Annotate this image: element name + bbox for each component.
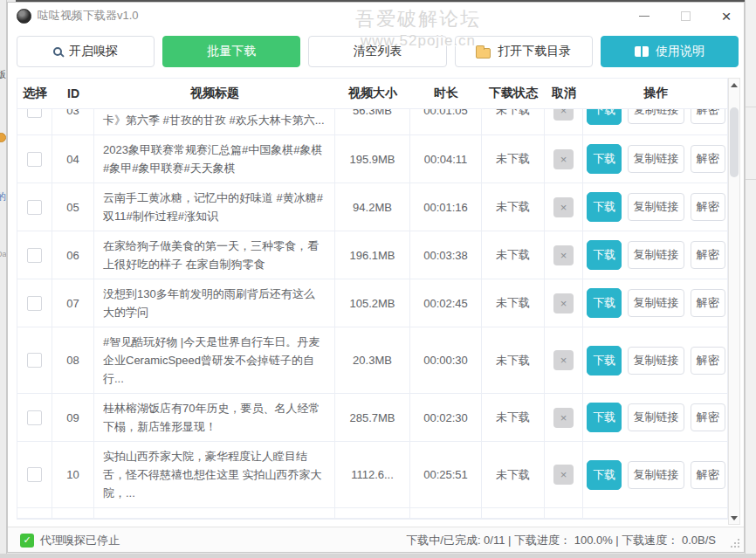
row-title: 2023象甲联赛常规赛汇总篇#中国象棋#象棋#象甲#象甲联赛#天天象棋: [94, 135, 335, 183]
background-left-window-strip: 版 的 Da: [0, 0, 7, 554]
header-size: 视频大小: [335, 79, 410, 108]
header-title: 视频标题: [94, 79, 335, 108]
download-button[interactable]: 下载: [587, 288, 622, 318]
copy-link-button[interactable]: 复制链接: [628, 519, 684, 520]
download-button[interactable]: 下载: [587, 192, 622, 222]
open-download-dir-button[interactable]: 打开下载目录: [455, 36, 593, 67]
row-title: 没想到130多年前发明的雨刷背后还有这么大的学问: [94, 279, 335, 327]
maximize-button[interactable]: [677, 7, 694, 24]
row-cancel-cell: ×: [545, 183, 583, 231]
download-button[interactable]: 下载: [587, 403, 622, 432]
proxy-checkbox[interactable]: ✓: [20, 534, 34, 548]
row-status: 未下载: [482, 135, 545, 183]
copy-link-button[interactable]: 复制链接: [628, 403, 684, 431]
decrypt-button[interactable]: 解密: [691, 145, 725, 173]
row-status: 未下载: [482, 508, 545, 519]
download-button[interactable]: 下载: [587, 460, 622, 490]
table-row: 09 桂林榕湖饭店有70年历史，要员、名人经常下榻，新店雏形显现！ 285.7M…: [17, 394, 727, 442]
header-cancel: 取消: [545, 79, 583, 108]
help-button[interactable]: 使用说明: [601, 36, 739, 67]
row-duration: 00:01:16: [410, 183, 482, 231]
cancel-button[interactable]: ×: [553, 149, 574, 169]
cancel-button[interactable]: ×: [553, 350, 574, 370]
row-checkbox[interactable]: [27, 109, 42, 118]
scroll-down-icon[interactable]: [729, 512, 739, 524]
download-button[interactable]: 下载: [587, 518, 622, 520]
row-duration: 00:02:45: [410, 279, 482, 327]
batch-download-button[interactable]: 批量下载: [162, 36, 300, 67]
decrypt-button[interactable]: 解密: [691, 461, 725, 489]
scroll-up-icon[interactable]: [729, 79, 739, 91]
table-header: 选择 ID 视频标题 视频大小 时长 下载状态 取消 操作: [17, 79, 727, 109]
resize-grip[interactable]: [730, 538, 740, 548]
scrollbar-thumb[interactable]: [730, 107, 739, 177]
decrypt-button[interactable]: 解密: [691, 347, 725, 375]
header-ops: 操作: [583, 79, 729, 108]
row-id: 04: [52, 135, 94, 183]
row-checkbox[interactable]: [27, 467, 42, 482]
row-checkbox[interactable]: [27, 410, 42, 425]
app-window: 吾爱破解论坛 www.52pojie.cn 哒哒视频下载器v1.0 × 开启嗅探…: [7, 2, 745, 553]
row-size: 105.2MB: [335, 279, 410, 327]
cancel-button[interactable]: ×: [553, 293, 574, 313]
decrypt-button[interactable]: 解密: [691, 403, 725, 431]
row-ops-cell: 下载 复制链接 解密: [583, 109, 727, 134]
row-select-cell: [17, 231, 52, 279]
copy-link-button[interactable]: 复制链接: [628, 461, 684, 489]
row-checkbox[interactable]: [27, 296, 42, 311]
header-id: ID: [52, 79, 94, 108]
cancel-button[interactable]: ×: [553, 109, 574, 121]
close-button[interactable]: ×: [718, 7, 735, 24]
row-id: 05: [52, 183, 94, 231]
copy-link-button[interactable]: 复制链接: [628, 193, 684, 221]
download-button[interactable]: 下载: [587, 240, 622, 270]
row-status: 未下载: [482, 231, 545, 279]
folder-icon: [476, 48, 491, 59]
row-size: 1112.6...: [335, 442, 410, 507]
vertical-scrollbar[interactable]: [728, 78, 740, 525]
cancel-x-icon: ×: [560, 109, 567, 117]
decrypt-button[interactable]: 解密: [691, 289, 725, 317]
decrypt-button[interactable]: 解密: [691, 193, 725, 221]
decrypt-button[interactable]: 解密: [691, 241, 725, 269]
table-row: 06 在家给狗子做美食的第一天，三种零食，看上很好吃的样子 在家自制狗零食 19…: [17, 231, 727, 279]
cancel-button[interactable]: ×: [553, 245, 574, 265]
row-title: 卡》第六季 #甘孜的甘孜 #欢乐大林卡第六...: [94, 109, 335, 134]
copy-link-button[interactable]: 复制链接: [628, 109, 684, 124]
row-title: 云南手工黄冰糖，记忆中的好味道 #黄冰糖#双11#制作过程#涨知识: [94, 183, 335, 231]
decrypt-button[interactable]: 解密: [691, 519, 725, 520]
minimize-button[interactable]: [636, 7, 653, 24]
window-title: 哒哒视频下载器v1.0: [38, 8, 139, 24]
row-checkbox[interactable]: [27, 200, 42, 215]
copy-link-button[interactable]: 复制链接: [628, 347, 684, 375]
clear-list-button[interactable]: 清空列表: [308, 36, 446, 67]
row-checkbox[interactable]: [27, 152, 42, 167]
background-right-window-strip: [745, 0, 756, 554]
row-size: 56.3MB: [335, 109, 410, 134]
row-duration: 00:04:11: [410, 135, 482, 183]
copy-link-button[interactable]: 复制链接: [628, 289, 684, 317]
copy-link-button[interactable]: 复制链接: [628, 241, 684, 269]
row-cancel-cell: ×: [545, 109, 583, 134]
cancel-x-icon: ×: [560, 153, 567, 166]
row-cancel-cell: ×: [545, 279, 583, 327]
row-ops-cell: 下载 复制链接 解密: [583, 183, 727, 231]
cancel-x-icon: ×: [560, 249, 567, 262]
row-duration: 00:00:30: [410, 327, 482, 393]
row-checkbox[interactable]: [27, 248, 42, 263]
row-cancel-cell: ×: [545, 135, 583, 183]
row-checkbox[interactable]: [27, 353, 42, 368]
row-size: 94.2MB: [335, 183, 410, 231]
status-bar: ✓ 代理嗅探已停止 下载中/已完成: 0/11 | 下载进度： 100.0% |…: [8, 527, 744, 553]
cancel-button[interactable]: ×: [553, 408, 574, 428]
row-select-cell: [17, 109, 52, 134]
copy-link-button[interactable]: 复制链接: [628, 145, 684, 173]
download-button[interactable]: 下载: [587, 144, 622, 174]
cancel-button[interactable]: ×: [553, 197, 574, 217]
start-sniff-button[interactable]: 开启嗅探: [17, 36, 155, 67]
download-button[interactable]: 下载: [587, 109, 622, 125]
search-icon: [53, 47, 62, 56]
cancel-button[interactable]: ×: [553, 465, 574, 485]
decrypt-button[interactable]: 解密: [691, 109, 725, 124]
download-button[interactable]: 下载: [587, 346, 622, 375]
